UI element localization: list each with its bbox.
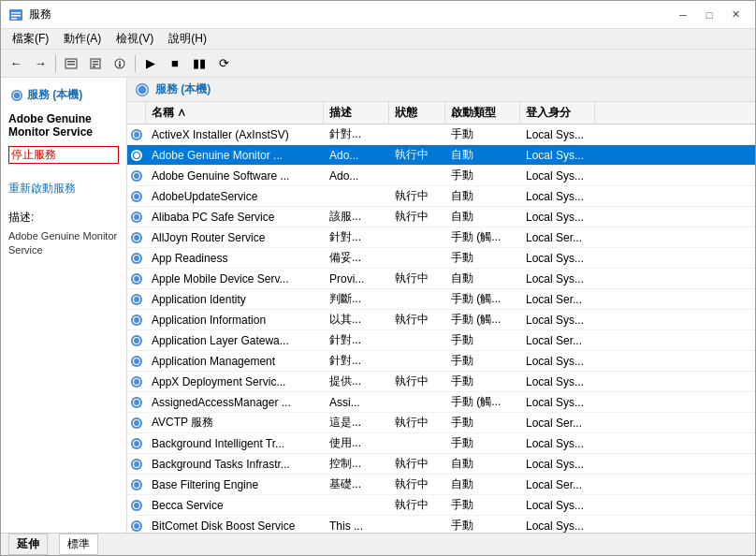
service-icon-cell	[127, 166, 146, 185]
table-row[interactable]: Apple Mobile Device Serv...Provi...執行中自動…	[127, 269, 755, 289]
table-row[interactable]: AVCTP 服務這是...執行中手動Local Ser...	[127, 413, 755, 433]
svg-rect-2	[11, 15, 21, 17]
col-status[interactable]: 狀態	[389, 102, 445, 124]
col-name[interactable]: 名稱 ∧	[146, 102, 324, 124]
service-desc: 針對...	[324, 124, 389, 144]
svg-point-52	[131, 479, 142, 490]
service-desc: 針對...	[324, 330, 389, 350]
service-login: Local Sys...	[520, 392, 595, 412]
service-login: Local Sys...	[520, 166, 595, 185]
table-row[interactable]: ActiveX Installer (AxInstSV)針對...手動Local…	[127, 124, 755, 145]
minimize-button[interactable]: ─	[671, 6, 695, 24]
col-startup[interactable]: 啟動類型	[445, 102, 520, 124]
service-desc	[324, 495, 389, 515]
maximize-button[interactable]: □	[697, 6, 721, 24]
pause-button[interactable]: ▮▮	[188, 52, 211, 75]
menu-file[interactable]: 檔案(F)	[5, 29, 56, 49]
service-icon-cell	[127, 124, 146, 144]
show-button[interactable]	[109, 52, 131, 75]
stop-button[interactable]: ■	[164, 52, 186, 75]
panel-header-title: 服務 (本機)	[155, 81, 211, 97]
svg-point-46	[131, 417, 142, 429]
service-startup: 手動	[445, 166, 520, 185]
col-icon[interactable]	[127, 102, 146, 124]
service-status	[389, 248, 445, 268]
svg-point-18	[131, 129, 142, 140]
service-status	[389, 516, 445, 533]
services-table[interactable]: 名稱 ∧ 描述 狀態 啟動類型 登入身分 ActiveX Installer (…	[127, 102, 755, 533]
table-row[interactable]: Alibaba PC Safe Service該服...執行中自動Local S…	[127, 207, 755, 227]
service-login: Local Sys...	[520, 124, 595, 144]
service-desc	[324, 186, 389, 206]
tab-extended[interactable]: 延伸	[8, 534, 48, 555]
col-desc[interactable]: 描述	[324, 102, 389, 124]
service-login: Local Sys...	[520, 248, 595, 268]
col-login[interactable]: 登入身分	[520, 102, 595, 124]
service-name: Adobe Genuine Monitor ...	[146, 145, 324, 165]
table-row[interactable]: App Readiness備妥...手動Local Sys...	[127, 248, 755, 269]
table-row[interactable]: BitComet Disk Boost ServiceThis ...手動Loc…	[127, 516, 755, 533]
service-desc: 該服...	[324, 207, 389, 227]
service-login: Local Ser...	[520, 227, 595, 247]
svg-point-28	[131, 232, 142, 243]
table-row[interactable]: Becca Service執行中手動Local Sys...	[127, 495, 755, 516]
table-row[interactable]: Adobe Genuine Monitor ...Ado...執行中自動Loca…	[127, 145, 755, 166]
service-login: Local Ser...	[520, 330, 595, 350]
table-row[interactable]: AssignedAccessManager ...Assi...手動 (觸...…	[127, 392, 755, 413]
service-startup: 手動	[445, 433, 520, 453]
service-status	[389, 433, 445, 453]
service-startup: 手動	[445, 351, 520, 371]
properties-button[interactable]	[84, 52, 107, 75]
table-row[interactable]: Application Information以其...執行中手動 (觸...L…	[127, 310, 755, 330]
table-row[interactable]: Application Management針對...手動Local Sys..…	[127, 351, 755, 372]
table-row[interactable]: Base Filtering Engine基礎...執行中自動Local Ser…	[127, 475, 755, 495]
service-status	[389, 227, 445, 247]
main-window: 服務 ─ □ ✕ 檔案(F) 動作(A) 檢視(V) 說明(H) ← → ▶ ■…	[0, 0, 756, 556]
menu-view[interactable]: 檢視(V)	[109, 29, 161, 49]
tab-standard[interactable]: 標準	[59, 534, 98, 555]
toolbar: ← → ▶ ■ ▮▮ ⟳	[1, 50, 755, 78]
stop-service-link[interactable]: 停止服務	[8, 146, 119, 164]
service-icon-cell	[127, 372, 146, 391]
service-startup: 手動	[445, 495, 520, 515]
service-desc: 控制...	[324, 454, 389, 474]
window-controls: ─ □ ✕	[671, 6, 748, 24]
svg-point-12	[119, 61, 121, 63]
selected-service-name: Adobe Genuine Monitor Service	[8, 112, 119, 139]
service-status: 執行中	[389, 372, 445, 391]
table-row[interactable]: Background Tasks Infrastr...控制...執行中自動Lo…	[127, 454, 755, 475]
svg-point-26	[131, 212, 142, 223]
service-icon-cell	[127, 310, 146, 329]
service-desc: 基礎...	[324, 475, 389, 494]
toolbar-sep-2	[135, 55, 136, 72]
service-name: AssignedAccessManager ...	[146, 392, 324, 412]
table-row[interactable]: Adobe Genuine Software ...Ado...手動Local …	[127, 166, 755, 186]
service-desc: 判斷...	[324, 289, 389, 309]
service-desc: Assi...	[324, 392, 389, 412]
service-name: Apple Mobile Device Serv...	[146, 269, 324, 288]
service-desc: 提供...	[324, 372, 389, 391]
table-row[interactable]: AllJoyn Router Service針對...手動 (觸...Local…	[127, 227, 755, 248]
table-row[interactable]: Application Identity判斷...手動 (觸...Local S…	[127, 289, 755, 310]
menu-action[interactable]: 動作(A)	[56, 29, 109, 49]
menu-help[interactable]: 說明(H)	[161, 29, 214, 49]
close-button[interactable]: ✕	[723, 6, 748, 24]
service-icon-cell	[127, 392, 146, 412]
up-button[interactable]	[60, 52, 82, 75]
service-name: Base Filtering Engine	[146, 475, 324, 494]
service-desc: This ...	[324, 516, 389, 533]
svg-point-42	[131, 376, 142, 388]
table-row[interactable]: AppX Deployment Servic...提供...執行中手動Local…	[127, 372, 755, 392]
service-login: Local Sys...	[520, 516, 595, 533]
svg-point-40	[131, 356, 142, 367]
play-button[interactable]: ▶	[139, 52, 162, 75]
service-icon-cell	[127, 289, 146, 309]
restart-button[interactable]: ⟳	[212, 52, 235, 75]
table-row[interactable]: AdobeUpdateService執行中自動Local Sys...	[127, 186, 755, 207]
table-row[interactable]: Background Intelligent Tr...使用...手動Local…	[127, 433, 755, 454]
forward-button[interactable]: →	[29, 52, 51, 75]
restart-service-link[interactable]: 重新啟動服務	[8, 181, 119, 197]
back-button[interactable]: ←	[5, 52, 27, 75]
service-startup: 手動	[445, 372, 520, 391]
table-row[interactable]: Application Layer Gatewa...針對...手動Local …	[127, 330, 755, 351]
